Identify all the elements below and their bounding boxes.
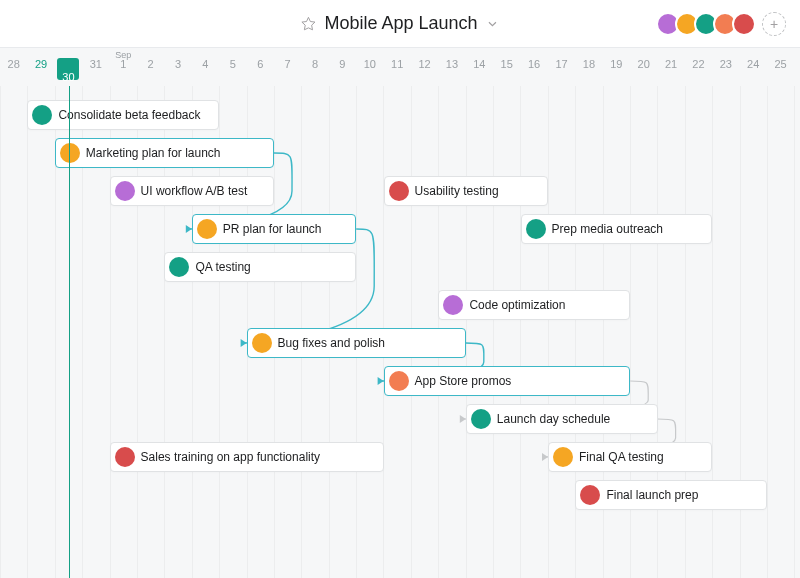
task-bar[interactable]: Usability testing: [384, 176, 548, 206]
task-label: App Store promos: [415, 374, 512, 388]
axis-day: 31: [82, 58, 109, 86]
task-bar[interactable]: Launch day schedule: [466, 404, 658, 434]
axis-day: 12: [411, 58, 438, 86]
project-title[interactable]: Mobile App Launch: [324, 13, 477, 34]
task-bar[interactable]: Sales training on app functionality: [110, 442, 384, 472]
axis-day: 20: [630, 58, 657, 86]
assignee-avatar: [197, 219, 217, 239]
axis-day: 5: [219, 58, 246, 86]
star-icon[interactable]: [300, 16, 316, 32]
axis-day: 24: [740, 58, 767, 86]
header-bar: Mobile App Launch +: [0, 0, 800, 48]
task-label: Marketing plan for launch: [86, 146, 221, 160]
axis-day: 26: [794, 58, 800, 86]
assignee-avatar: [526, 219, 546, 239]
task-bar[interactable]: Bug fixes and polish: [247, 328, 466, 358]
axis-day: 15: [493, 58, 520, 86]
assignee-avatar: [115, 447, 135, 467]
assignee-avatar: [32, 105, 52, 125]
assignee-avatar: [60, 143, 80, 163]
task-bar[interactable]: Marketing plan for launch: [55, 138, 274, 168]
axis-day: 18: [575, 58, 602, 86]
header-center: Mobile App Launch: [300, 13, 499, 34]
task-bar[interactable]: Code optimization: [438, 290, 630, 320]
axis-day: 29: [27, 58, 54, 86]
axis-day: 8: [301, 58, 328, 86]
assignee-avatar: [169, 257, 189, 277]
task-label: Consolidate beta feedback: [58, 108, 200, 122]
task-bar[interactable]: PR plan for launch: [192, 214, 356, 244]
task-label: Launch day schedule: [497, 412, 610, 426]
axis-day: 9: [329, 58, 356, 86]
assignee-avatar: [443, 295, 463, 315]
member-avatar[interactable]: [732, 12, 756, 36]
axis-day: 17: [548, 58, 575, 86]
axis-day: 21: [657, 58, 684, 86]
assignee-avatar: [389, 181, 409, 201]
task-bar[interactable]: Prep media outreach: [521, 214, 713, 244]
assignee-avatar: [115, 181, 135, 201]
axis-day: 7: [274, 58, 301, 86]
axis-day: 10: [356, 58, 383, 86]
axis-day: 16: [520, 58, 547, 86]
member-avatars: +: [656, 12, 786, 36]
assignee-avatar: [389, 371, 409, 391]
axis-day: 4: [192, 58, 219, 86]
task-label: Code optimization: [469, 298, 565, 312]
axis-day: 6: [247, 58, 274, 86]
today-marker-line: [69, 86, 70, 578]
assignee-avatar: [580, 485, 600, 505]
task-bar[interactable]: Final QA testing: [548, 442, 712, 472]
axis-day: 30: [55, 58, 82, 86]
assignee-avatar: [252, 333, 272, 353]
task-label: UI workflow A/B test: [141, 184, 248, 198]
task-label: Bug fixes and polish: [278, 336, 385, 350]
task-bar[interactable]: QA testing: [164, 252, 356, 282]
add-member-button[interactable]: +: [762, 12, 786, 36]
task-bar[interactable]: Final launch prep: [575, 480, 767, 510]
task-bar[interactable]: Consolidate beta feedback: [27, 100, 219, 130]
task-label: Usability testing: [415, 184, 499, 198]
axis-day: 11: [383, 58, 410, 86]
task-label: PR plan for launch: [223, 222, 322, 236]
assignee-avatar: [471, 409, 491, 429]
axis-day: 19: [603, 58, 630, 86]
axis-day: 13: [438, 58, 465, 86]
task-label: Sales training on app functionality: [141, 450, 320, 464]
task-label: Final QA testing: [579, 450, 664, 464]
axis-day: 28: [0, 58, 27, 86]
task-label: Prep media outreach: [552, 222, 663, 236]
axis-day: 14: [466, 58, 493, 86]
task-bar[interactable]: UI workflow A/B test: [110, 176, 274, 206]
task-bars-layer: Consolidate beta feedback Marketing plan…: [0, 86, 800, 578]
axis-day: 2: [137, 58, 164, 86]
axis-day: Sep1: [110, 58, 137, 86]
task-label: Final launch prep: [606, 488, 698, 502]
task-label: QA testing: [195, 260, 250, 274]
assignee-avatar: [553, 447, 573, 467]
task-bar[interactable]: App Store promos: [384, 366, 631, 396]
timeline-axis: 28293031Sep12345678910111213141516171819…: [0, 48, 800, 86]
gantt-area[interactable]: Consolidate beta feedback Marketing plan…: [0, 86, 800, 578]
axis-day: 22: [685, 58, 712, 86]
axis-day: 23: [712, 58, 739, 86]
chevron-down-icon[interactable]: [486, 17, 500, 31]
axis-day: 25: [767, 58, 794, 86]
axis-day: 3: [164, 58, 191, 86]
